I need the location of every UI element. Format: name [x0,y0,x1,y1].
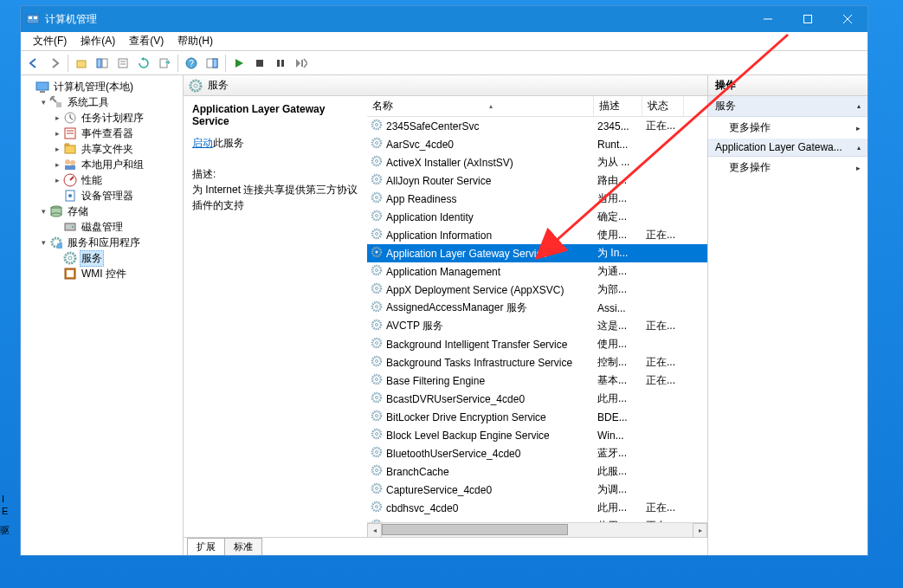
help-button[interactable]: ? [182,54,201,73]
horizontal-scrollbar[interactable]: ◂ ▸ [367,522,707,537]
expand-icon[interactable]: ▸ [52,176,62,184]
back-button[interactable] [24,54,43,73]
toolbar: ? [21,51,868,75]
col-name[interactable]: 名称▴ [367,96,594,116]
refresh-button[interactable] [134,54,153,73]
service-row[interactable]: BcastDVRUserService_4cde0此用... [367,390,707,408]
service-status: 正在... [642,501,684,515]
close-button[interactable] [828,6,868,32]
service-desc: 为调... [594,482,642,497]
tree-item-tools[interactable]: ▾系统工具 [23,94,181,110]
service-row[interactable]: AppX Deployment Service (AppXSVC)为部... [367,281,707,299]
menu-help[interactable]: 帮助(H) [171,34,220,48]
gear-icon [371,373,383,388]
tree-item-computer[interactable]: 计算机管理(本地) [23,79,181,94]
service-name: AppX Deployment Service (AppXSVC) [386,284,564,296]
gear-icon [371,137,383,152]
up-button[interactable] [72,54,91,73]
tree-item-services-apps[interactable]: ▾服务和应用程序 [23,235,181,250]
expand-icon[interactable]: ▸ [52,160,62,169]
menu-file[interactable]: 文件(F) [26,34,74,48]
properties-button[interactable] [113,54,132,73]
gear-icon [371,228,383,242]
stop-service-button[interactable] [250,54,269,73]
expand-icon[interactable]: ▸ [52,129,62,138]
expand-icon[interactable]: ▾ [38,98,48,107]
tree-item-storage[interactable]: ▾存储 [23,204,181,219]
service-desc: 基本... [594,373,642,388]
svg-rect-23 [40,91,45,93]
service-row[interactable]: Block Level Backup Engine ServiceWin... [367,426,707,444]
service-row[interactable]: ActiveX Installer (AxInstSV)为从 ... [367,153,707,171]
service-row[interactable]: BranchCache此服... [367,462,707,481]
service-row[interactable]: Background Tasks Infrastructure Service控… [367,353,707,372]
service-row[interactable]: BitLocker Drive Encryption ServiceBDE... [367,408,707,426]
menu-action[interactable]: 操作(A) [74,34,122,48]
menu-view[interactable]: 查看(V) [122,34,171,48]
minimize-button[interactable] [748,6,788,32]
action-section-services[interactable]: 服务 ▴ [708,96,868,117]
svg-point-78 [376,378,378,381]
show-hide-action-button[interactable] [203,54,222,73]
forward-button[interactable] [45,54,64,73]
tree-item-event[interactable]: ▸事件查看器 [23,126,181,141]
service-row[interactable]: Application Identity确定... [367,208,707,226]
svg-rect-18 [256,60,263,67]
scroll-left-button[interactable]: ◂ [367,523,382,538]
tree-item-gear[interactable]: 服务 [23,250,181,266]
maximize-button[interactable] [788,6,828,32]
service-row[interactable]: cbdhsvc_4cde0此用...正在... [367,499,707,517]
svg-rect-7 [77,61,86,68]
view-tabs: 扩展 标准 [184,537,707,555]
gear-icon [371,446,383,461]
tree-item-users[interactable]: ▸本地用户和组 [23,157,181,172]
service-row[interactable]: AssignedAccessManager 服务Assi... [367,299,707,317]
tab-standard[interactable]: 标准 [224,538,262,555]
tree-item-task[interactable]: ▸任务计划程序 [23,110,181,126]
tab-extended[interactable]: 扩展 [187,538,225,555]
service-row[interactable]: App Readiness当用... [367,190,707,208]
service-row[interactable]: CaptureService_4cde0为调... [367,481,707,499]
service-row[interactable]: Background Intelligent Transfer Service使… [367,335,707,353]
service-row[interactable]: Application Management为通... [367,262,707,281]
service-row[interactable]: AVCTP 服务这是...正在... [367,317,707,335]
tree-item-share[interactable]: ▸共享文件夹 [23,141,181,157]
service-row[interactable]: Application Information使用...正在... [367,226,707,244]
start-service-link[interactable]: 启动 [192,137,213,149]
expand-icon[interactable]: ▸ [52,145,62,153]
scroll-right-button[interactable]: ▸ [693,523,707,538]
start-service-button[interactable] [229,54,248,73]
show-hide-tree-button[interactable] [93,54,112,73]
service-name: BcastDVRUserService_4cde0 [386,393,525,405]
col-desc[interactable]: 描述 [594,96,642,116]
svg-rect-22 [36,82,48,90]
titlebar[interactable]: 计算机管理 [21,6,868,32]
service-row[interactable]: Base Filtering Engine基本...正在... [367,372,707,390]
console-tree[interactable]: 计算机管理(本地)▾系统工具▸任务计划程序▸事件查看器▸共享文件夹▸本地用户和组… [21,75,184,555]
svg-point-70 [376,306,378,308]
service-row[interactable]: Application Layer Gateway Service为 In... [367,244,707,262]
service-row[interactable]: BluetoothUserService_4cde0蓝牙... [367,444,707,462]
pause-service-button[interactable] [271,54,290,73]
expand-icon[interactable]: ▾ [38,207,48,216]
expand-icon[interactable]: ▸ [52,113,62,122]
action-section-selected[interactable]: Application Layer Gatewa... ▴ [708,139,868,157]
users-icon [63,158,77,171]
export-button[interactable] [155,54,174,73]
service-row[interactable]: AarSvc_4cde0Runt... [367,135,707,153]
tree-item-wmi[interactable]: WMI 控件 [23,266,181,281]
col-status[interactable]: 状态 [642,96,684,116]
service-row[interactable]: 2345SafeCenterSvc2345...正在... [367,117,707,135]
scroll-thumb[interactable] [382,524,568,535]
tree-item-perf[interactable]: ▸性能 [23,172,181,188]
tree-item-device[interactable]: 设备管理器 [23,188,181,204]
tree-item-disk[interactable]: 磁盘管理 [23,219,181,235]
service-list[interactable]: 2345SafeCenterSvc2345...正在...AarSvc_4cde… [367,117,707,522]
service-row[interactable]: AllJoyn Router Service路由... [367,171,707,190]
service-desc: 路由... [594,173,642,188]
expand-icon[interactable]: ▾ [38,238,48,247]
gear-icon [371,501,383,515]
action-more-1[interactable]: 更多操作 ▸ [708,117,868,139]
restart-service-button[interactable] [292,54,311,73]
action-more-2[interactable]: 更多操作 ▸ [708,157,868,178]
